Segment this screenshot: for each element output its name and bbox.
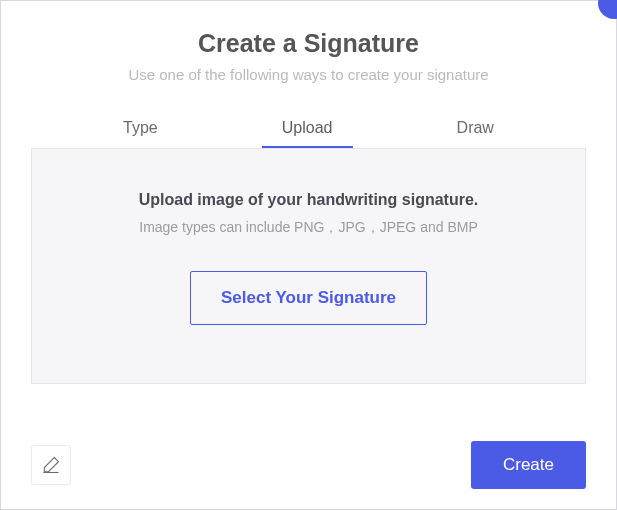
modal-footer: Create [31,441,586,489]
modal-subtitle: Use one of the following ways to create … [1,66,616,83]
modal-title: Create a Signature [1,29,616,58]
close-button[interactable] [598,0,617,19]
select-signature-button[interactable]: Select Your Signature [190,271,427,325]
upload-panel: Upload image of your handwriting signatu… [31,148,586,384]
tab-upload[interactable]: Upload [262,111,353,147]
tab-type[interactable]: Type [103,111,178,147]
upload-subtext: Image types can include PNG，JPG，JPEG and… [52,219,565,237]
signature-modal: Create a Signature Use one of the follow… [0,0,617,510]
eraser-button[interactable] [31,445,71,485]
create-button[interactable]: Create [471,441,586,489]
tab-bar: Type Upload Draw [1,111,616,148]
eraser-icon [41,455,61,475]
tab-draw[interactable]: Draw [437,111,514,147]
upload-heading: Upload image of your handwriting signatu… [52,191,565,209]
